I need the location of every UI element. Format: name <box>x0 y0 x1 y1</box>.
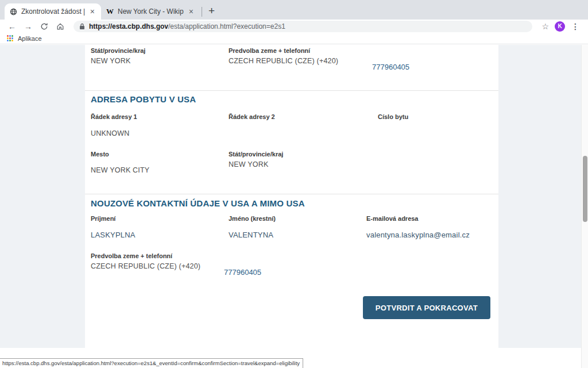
section-divider <box>85 194 498 194</box>
tab-strip: Zkontrolovat žádost | Official E × W New… <box>0 0 588 20</box>
bookmarks-bar: Aplikace <box>0 33 588 44</box>
field-value-surname: LASKYPLNA <box>91 231 136 239</box>
status-bar-url: https://esta.cbp.dhs.gov/esta/applicatio… <box>0 358 303 368</box>
page-viewport: Stát/provincie/kraj NEW YORK Predvolba z… <box>0 45 588 368</box>
url-path: /esta/application.html?execution=e2s1 <box>168 22 285 30</box>
bookmark-apps-label[interactable]: Aplikace <box>18 35 42 42</box>
field-value-phone-prefix2: CZECH REPUBLIC (CZE) (+420) <box>91 262 200 270</box>
tab-separator <box>202 7 202 17</box>
close-icon[interactable]: × <box>188 7 195 16</box>
bookmark-star-icon[interactable]: ☆ <box>539 22 551 31</box>
address-bar[interactable]: https://esta.cbp.dhs.gov/esta/applicatio… <box>74 21 532 32</box>
field-value-state: NEW YORK <box>91 57 130 65</box>
tab-wikipedia[interactable]: W New York City - Wikipedia × <box>101 3 200 20</box>
lock-icon[interactable] <box>79 23 85 30</box>
field-label-city: Mesto <box>91 151 109 158</box>
field-label-phone-prefix2: Predvolba zeme + telefonní <box>91 252 172 259</box>
field-value-email: valentyna.laskyplna@email.cz <box>366 231 470 239</box>
section-heading-emergency: NOUZOVÉ KONTAKTNÍ ÚDAJE V USA A MIMO USA <box>91 198 305 208</box>
new-tab-button[interactable]: + <box>204 5 220 20</box>
field-value-phone-number2: 777960405 <box>224 268 261 277</box>
url-host: https://esta.cbp.dhs.gov <box>89 22 168 30</box>
scrollbar-track[interactable] <box>581 45 588 368</box>
field-label-surname: Príjmení <box>91 215 115 222</box>
field-label-apartment: Císlo bytu <box>378 113 408 120</box>
field-label-state: Stát/provincie/kraj <box>91 47 145 54</box>
apps-grid-icon[interactable] <box>7 35 13 41</box>
forward-icon[interactable]: → <box>22 21 34 32</box>
confirm-continue-button[interactable]: POTVRDIT A POKRACOVAT <box>363 296 490 319</box>
field-value-phone-prefix: CZECH REPUBLIC (CZE) (+420) <box>229 57 338 65</box>
field-label-email: E-mailová adresa <box>366 215 419 222</box>
scrollbar-thumb[interactable] <box>583 156 587 222</box>
field-value-city: NEW YORK CITY <box>91 166 149 174</box>
field-value-address1: UNKNOWN <box>91 129 129 137</box>
field-label-address2: Řádek adresy 2 <box>229 113 275 120</box>
tab-esta-application[interactable]: Zkontrolovat žádost | Official E × <box>5 3 101 20</box>
browser-menu-icon[interactable]: ⋮ <box>568 22 582 31</box>
url-text: https://esta.cbp.dhs.gov/esta/applicatio… <box>89 22 285 30</box>
section-divider <box>85 90 498 91</box>
tab-title: New York City - Wikipedia <box>118 7 184 16</box>
profile-avatar[interactable]: K <box>555 21 565 32</box>
home-icon[interactable] <box>54 21 67 32</box>
back-icon[interactable]: ← <box>6 21 18 32</box>
close-icon[interactable]: × <box>89 7 96 16</box>
field-label-state2: Stát/provincie/kraj <box>229 151 283 158</box>
field-value-firstname: VALENTYNA <box>229 231 273 239</box>
field-value-state2: NEW YORK <box>229 160 268 168</box>
browser-toolbar: ← → https://esta.cbp.dhs.gov/esta/applic… <box>0 20 588 33</box>
wikipedia-w-icon: W <box>106 7 114 16</box>
application-review-card: Stát/provincie/kraj NEW YORK Predvolba z… <box>85 45 498 348</box>
reload-icon[interactable] <box>38 21 51 32</box>
field-value-phone-number: 777960405 <box>372 63 409 71</box>
section-heading-address: ADRESA POBYTU V USA <box>91 94 196 104</box>
field-label-address1: Řádek adresy 1 <box>91 113 137 120</box>
globe-icon <box>10 8 17 16</box>
field-label-firstname: Jméno (krestní) <box>229 215 276 222</box>
tab-title: Zkontrolovat žádost | Official E <box>21 7 85 16</box>
field-label-phone-prefix: Predvolba zeme + telefonní <box>229 47 310 54</box>
